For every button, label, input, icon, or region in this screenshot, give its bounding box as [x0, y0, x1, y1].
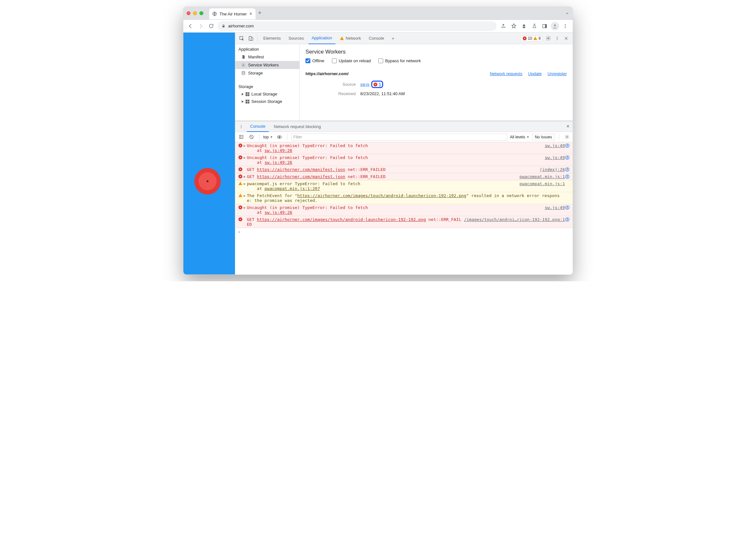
- drawer-menu-icon[interactable]: [237, 123, 245, 130]
- replay-xhr-icon[interactable]: [565, 167, 571, 172]
- sidebar-item-session-storage[interactable]: Session Storage: [235, 98, 299, 105]
- replay-xhr-icon[interactable]: [565, 143, 571, 153]
- message-link[interactable]: sw.js:49:26: [264, 148, 292, 153]
- tab-overflow[interactable]: »: [389, 32, 397, 44]
- close-window-button[interactable]: [187, 11, 190, 15]
- update-link[interactable]: Update: [528, 71, 542, 76]
- share-icon[interactable]: [499, 22, 507, 30]
- sidebar-item-storage[interactable]: Storage: [235, 69, 299, 77]
- console-message[interactable]: ×GET https://airhorner.com/manifest.json…: [235, 166, 573, 173]
- console-message[interactable]: ×▶Uncaught (in promise) TypeError: Faile…: [235, 204, 573, 216]
- new-tab-button[interactable]: +: [258, 10, 262, 17]
- drawer-tab-console[interactable]: Console: [247, 121, 269, 132]
- side-panel-icon[interactable]: [541, 22, 549, 30]
- source-link[interactable]: sw.js:49: [544, 205, 565, 215]
- tab-console[interactable]: Console: [365, 32, 387, 44]
- back-button[interactable]: [187, 22, 194, 30]
- unregister-link[interactable]: Unregister: [547, 71, 567, 76]
- expand-caret-icon[interactable]: ▶: [244, 155, 247, 165]
- settings-icon[interactable]: [544, 34, 552, 42]
- console-message[interactable]: ▶pwacompat.js error TypeError: Failed to…: [235, 180, 573, 192]
- sw-source-link[interactable]: sw.js: [360, 82, 369, 87]
- drawer-tab-network-blocking[interactable]: Network request blocking: [271, 121, 324, 132]
- sidebar-item-manifest[interactable]: Manifest: [235, 53, 299, 61]
- console-output[interactable]: ×▶Uncaught (in promise) TypeError: Faile…: [235, 142, 573, 275]
- close-tab-icon[interactable]: ×: [250, 11, 252, 17]
- replay-xhr-icon[interactable]: [565, 217, 571, 227]
- replay-xhr-icon: [565, 193, 571, 203]
- more-icon[interactable]: [553, 34, 561, 42]
- expand-caret-icon[interactable]: [244, 217, 247, 227]
- source-link[interactable]: /images/touch/androi…ricon-192-192.png:1: [464, 217, 565, 227]
- clear-console-icon[interactable]: [248, 133, 255, 141]
- sw-error-count-highlight[interactable]: × 5: [371, 81, 383, 88]
- offline-checkbox[interactable]: Offline: [306, 58, 324, 63]
- forward-button[interactable]: [197, 22, 205, 30]
- sidebar-item-local-storage[interactable]: Local Storage: [235, 90, 299, 98]
- message-link[interactable]: https://airhorner.com/manifest.json: [257, 174, 345, 179]
- issue-counter[interactable]: ×10 8: [520, 35, 543, 41]
- message-link[interactable]: https://airhorner.com/images/touch/andro…: [298, 193, 466, 198]
- application-sidebar: Application Manifest Service Workers Sto…: [235, 44, 300, 121]
- replay-xhr-icon[interactable]: [565, 205, 571, 215]
- message-link[interactable]: sw.js:49:26: [264, 160, 292, 165]
- message-link[interactable]: pwacompat.min.js:1:207: [264, 186, 320, 191]
- source-link[interactable]: pwacompat.min.js:1: [519, 181, 565, 191]
- console-prompt[interactable]: ›: [235, 228, 573, 236]
- minimize-window-button[interactable]: [193, 11, 197, 15]
- expand-caret-icon[interactable]: ▶: [244, 193, 247, 203]
- message-text: pwacompat.js error TypeError: Failed to …: [247, 181, 519, 191]
- tab-elements[interactable]: Elements: [260, 32, 284, 44]
- inspect-icon[interactable]: [238, 34, 246, 42]
- live-expression-icon[interactable]: [275, 133, 283, 141]
- replay-xhr-icon[interactable]: [565, 174, 571, 179]
- source-link[interactable]: pwacompat.min.js:1: [519, 174, 565, 179]
- close-drawer-icon[interactable]: ×: [567, 124, 571, 129]
- extensions-icon[interactable]: [520, 22, 528, 30]
- maximize-window-button[interactable]: [200, 11, 203, 15]
- issues-button[interactable]: No Issues: [532, 134, 555, 140]
- svg-rect-10: [251, 38, 253, 40]
- device-toggle-icon[interactable]: [247, 34, 255, 42]
- console-sidebar-toggle-icon[interactable]: [237, 133, 245, 141]
- tab-overflow-icon[interactable]: [565, 11, 569, 16]
- message-link[interactable]: https://airhorner.com/manifest.json: [257, 167, 345, 172]
- console-settings-icon[interactable]: [563, 133, 571, 141]
- tab-sources[interactable]: Sources: [285, 32, 307, 44]
- log-levels-selector[interactable]: All levels▼: [510, 135, 529, 139]
- profile-avatar[interactable]: [551, 22, 559, 30]
- expand-caret-icon[interactable]: ▶: [244, 143, 247, 153]
- reload-button[interactable]: [207, 22, 215, 30]
- labs-icon[interactable]: [530, 22, 539, 30]
- bypass-network-checkbox[interactable]: Bypass for network: [378, 58, 421, 63]
- context-selector[interactable]: top▼: [263, 135, 273, 139]
- message-link[interactable]: sw.js:49:26: [264, 210, 292, 215]
- airhorn-button[interactable]: [194, 168, 221, 194]
- sidebar-item-service-workers[interactable]: Service Workers: [235, 61, 299, 69]
- tab-network[interactable]: Network: [337, 32, 364, 44]
- console-message[interactable]: ×▶Uncaught (in promise) TypeError: Faile…: [235, 142, 573, 154]
- omnibox[interactable]: airhorner.com: [217, 21, 496, 31]
- bookmark-icon[interactable]: [509, 22, 518, 30]
- tab-application[interactable]: Application: [308, 32, 335, 44]
- console-message[interactable]: ×GET https://airhorner.com/images/touch/…: [235, 216, 573, 228]
- replay-xhr-icon: [565, 181, 571, 191]
- console-message[interactable]: ×▶Uncaught (in promise) TypeError: Faile…: [235, 154, 573, 166]
- close-devtools-icon[interactable]: [562, 34, 570, 42]
- update-on-reload-checkbox[interactable]: Update on reload: [332, 58, 371, 63]
- expand-caret-icon[interactable]: ▶: [244, 181, 247, 191]
- menu-icon[interactable]: [561, 22, 569, 30]
- console-message[interactable]: ▶The FetchEvent for "https://airhorner.c…: [235, 192, 573, 204]
- browser-tab[interactable]: The Air Horner ×: [209, 8, 256, 19]
- message-link[interactable]: https://airhorner.com/images/touch/andro…: [257, 217, 426, 222]
- expand-caret-icon[interactable]: ▶: [244, 174, 247, 179]
- network-requests-link[interactable]: Network requests: [490, 71, 522, 76]
- console-message[interactable]: ×▶GET https://airhorner.com/manifest.jso…: [235, 173, 573, 180]
- source-link[interactable]: sw.js:49: [544, 155, 565, 165]
- console-filter-input[interactable]: Filter: [291, 134, 507, 140]
- source-link[interactable]: sw.js:49: [544, 143, 565, 153]
- expand-caret-icon[interactable]: [244, 167, 247, 172]
- replay-xhr-icon[interactable]: [565, 155, 571, 165]
- expand-caret-icon[interactable]: ▶: [244, 205, 247, 215]
- source-link[interactable]: (index):26: [540, 167, 565, 172]
